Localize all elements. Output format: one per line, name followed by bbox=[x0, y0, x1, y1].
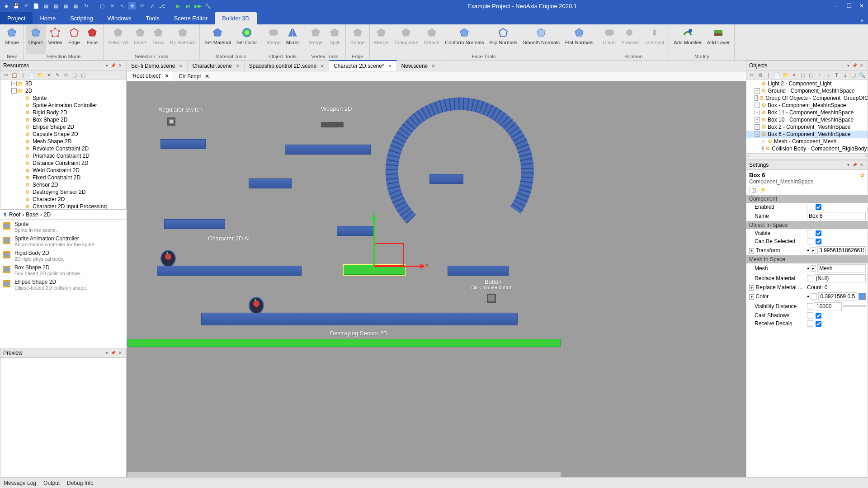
tree-item[interactable]: ⚙Character 2D bbox=[0, 196, 126, 203]
tb-icon[interactable]: ▦ bbox=[42, 2, 50, 9]
panel-dropdown-icon[interactable]: ▾ bbox=[104, 63, 109, 68]
tree-item[interactable]: ⚙Ellipse Shape 2D bbox=[0, 123, 126, 131]
gear-icon[interactable]: ⚙ bbox=[860, 172, 865, 178]
panel-dropdown-icon[interactable]: ▾ bbox=[846, 63, 851, 68]
file-tab[interactable]: New.scene✕ bbox=[397, 61, 441, 71]
tb-icon[interactable]: ⚙ bbox=[757, 71, 764, 79]
tree-item[interactable]: +📁3D bbox=[0, 80, 126, 87]
tree-item[interactable]: ⚙Capsule Shape 2D bbox=[0, 131, 126, 138]
panel-dropdown-icon[interactable]: ▾ bbox=[104, 351, 109, 355]
tree-item[interactable]: ⚙Character 2D Input Processing bbox=[0, 203, 126, 209]
tree-item[interactable]: ⚙Distance Constraint 2D bbox=[0, 160, 126, 167]
tb-icon[interactable]: ✂ bbox=[748, 71, 755, 79]
tree-item[interactable]: ⚙Prismatic Constraint 2D bbox=[0, 152, 126, 160]
breadcrumb[interactable]: ⬆ Root› Base› 2D bbox=[0, 210, 127, 220]
tb-run-icon[interactable]: ▶▶ bbox=[194, 2, 202, 9]
menu-scripting[interactable]: Scripting bbox=[63, 12, 100, 24]
detail-item[interactable]: Ellipse Shape 2DEllipse-based 2D collisi… bbox=[0, 277, 127, 292]
tree-item[interactable]: ⚙Weld Constraint 2D bbox=[0, 167, 126, 174]
tb-icon[interactable]: ▢ bbox=[99, 2, 106, 9]
tb-icon[interactable]: ▦ bbox=[52, 2, 60, 9]
ribbon-edge[interactable]: Edge bbox=[65, 25, 83, 54]
ribbon-split-vtx[interactable]: Split bbox=[326, 25, 344, 54]
tab-close-icon[interactable]: ✕ bbox=[205, 73, 209, 80]
tb-rotate-icon[interactable]: ⟳ bbox=[138, 2, 146, 9]
prop-color-input[interactable] bbox=[818, 292, 857, 300]
close-icon[interactable]: ✕ bbox=[855, 0, 868, 12]
panel-close-icon[interactable]: ✕ bbox=[117, 351, 123, 355]
tb-move-icon[interactable]: ✥ bbox=[128, 2, 136, 9]
tb-new-icon[interactable]: 📄 bbox=[33, 2, 40, 9]
file-tab[interactable]: Character.scene✕ bbox=[188, 61, 244, 71]
prop-repmat-input[interactable] bbox=[814, 274, 866, 282]
ribbon-merge-face[interactable]: Merge bbox=[372, 25, 391, 54]
prop-visdist-input[interactable] bbox=[815, 302, 842, 310]
ribbon-add-layer[interactable]: Add Layer bbox=[704, 25, 732, 54]
home-icon[interactable]: ⬆ bbox=[3, 211, 7, 218]
tb-icon[interactable]: ↻ bbox=[82, 2, 90, 9]
panel-pin-icon[interactable]: 📌 bbox=[851, 63, 859, 68]
tb-axis-icon[interactable]: ⎇ bbox=[158, 2, 165, 9]
tab-close-icon[interactable]: ✕ bbox=[165, 73, 169, 79]
maximize-icon[interactable]: ❐ bbox=[843, 0, 855, 12]
ribbon-mirror[interactable]: Mirror bbox=[283, 25, 302, 54]
panel-pin-icon[interactable]: 📌 bbox=[109, 351, 117, 355]
sub-tab[interactable]: 'Root object'✕ bbox=[127, 71, 174, 81]
panel-pin-icon[interactable]: 📌 bbox=[851, 163, 859, 167]
file-tab[interactable]: Sci-fi Demo.scene✕ bbox=[127, 61, 188, 71]
tb-icon[interactable]: 📋 bbox=[11, 71, 18, 79]
tb-icon[interactable]: 📁 bbox=[37, 71, 44, 79]
gizmo-y-axis[interactable] bbox=[373, 217, 375, 266]
tb-save-icon[interactable]: 💾 bbox=[13, 2, 20, 9]
ribbon-intersect[interactable]: Intersect bbox=[642, 25, 667, 54]
tab-close-icon[interactable]: ✕ bbox=[431, 63, 435, 69]
tree-item[interactable]: ⚙Revolute Constraint 2D bbox=[0, 145, 126, 152]
ribbon-set-material[interactable]: Set Material bbox=[202, 25, 234, 54]
tb-wrench-icon[interactable]: 🔧 bbox=[204, 2, 212, 9]
ribbon-union[interactable]: Union bbox=[600, 25, 618, 54]
object-tree-item[interactable]: +⚙Group Of Objects - Component_GroupOfOb… bbox=[746, 94, 868, 102]
objects-scrollbar[interactable]: ‹› bbox=[746, 153, 868, 160]
settings-icon[interactable]: 📋 bbox=[749, 187, 758, 193]
ribbon-add-modifier[interactable]: Add Modifier bbox=[671, 25, 704, 54]
tb-delete-icon[interactable]: ✕ bbox=[791, 71, 798, 79]
ribbon-triangulate[interactable]: Triangulate bbox=[391, 25, 421, 54]
menu-scene-editor[interactable]: Scene Editor bbox=[167, 12, 215, 24]
tb-icon[interactable]: ⤒ bbox=[833, 71, 840, 79]
prop-transform-input[interactable] bbox=[817, 246, 866, 254]
ribbon-flip-normals[interactable]: Flip Normals bbox=[486, 25, 520, 54]
tree-item[interactable]: ⚙Mesh Shape 2D bbox=[0, 138, 126, 145]
tree-item[interactable]: ⚙Sprite Animation Controller bbox=[0, 102, 126, 109]
detail-item[interactable]: Box Shape 2DBox-based 2D collision shape… bbox=[0, 263, 127, 277]
tb-scale-icon[interactable]: ⤢ bbox=[148, 2, 156, 9]
viewport-scrollbar[interactable] bbox=[127, 472, 561, 477]
ribbon-detach[interactable]: Detach bbox=[421, 25, 442, 54]
tb-icon[interactable]: ⟳ bbox=[62, 71, 70, 79]
object-tree-item[interactable]: +⚙Ground - Component_MeshInSpace bbox=[746, 87, 868, 94]
tb-icon[interactable]: 📁 bbox=[782, 71, 789, 79]
tb-up-icon[interactable]: ↑ bbox=[816, 71, 823, 79]
ribbon-subtract[interactable]: Subtract bbox=[618, 25, 642, 54]
tab-close-icon[interactable]: ✕ bbox=[236, 63, 240, 69]
object-tree-item[interactable]: +⚙Box 10 - Component_MeshInSpace bbox=[746, 116, 868, 123]
tb-icon[interactable]: ✕ bbox=[108, 2, 116, 9]
tb-icon[interactable]: ▦ bbox=[72, 2, 80, 9]
menu-windows[interactable]: Windows bbox=[100, 12, 139, 24]
ribbon-invert[interactable]: Invert bbox=[131, 25, 149, 54]
tab-close-icon[interactable]: ✕ bbox=[320, 63, 324, 69]
detail-item[interactable]: SpriteSprite in the scene. bbox=[0, 220, 127, 234]
tb-icon[interactable]: ▢ bbox=[807, 71, 815, 79]
tree-item[interactable]: −📁2D bbox=[0, 87, 126, 94]
tb-icon[interactable]: ✎ bbox=[54, 71, 61, 79]
object-tree-item[interactable]: −⚙Box 6 - Component_MeshInSpace bbox=[746, 131, 868, 138]
tb-icon[interactable]: ▢ bbox=[799, 71, 807, 79]
tb-down-icon[interactable]: ↓ bbox=[825, 71, 832, 79]
tb-icon[interactable]: 📄 bbox=[774, 71, 781, 79]
tb-icon[interactable]: ✕ bbox=[45, 71, 52, 79]
tb-cursor-icon[interactable]: ↖ bbox=[118, 2, 126, 9]
panel-close-icon[interactable]: ✕ bbox=[859, 63, 865, 68]
object-tree-item[interactable]: +⚙Box - Component_MeshInSpace bbox=[746, 102, 868, 109]
tb-icon[interactable]: ▢ bbox=[80, 71, 87, 79]
tree-item[interactable]: ⚙Sprite bbox=[0, 94, 126, 102]
file-tab[interactable]: Character 2D.scene*✕ bbox=[329, 60, 396, 71]
